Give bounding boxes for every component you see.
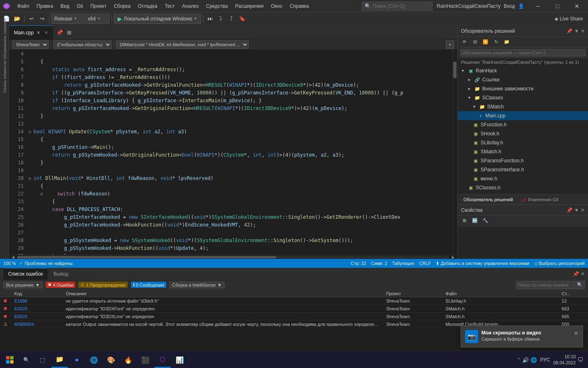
tree-rainhack[interactable]: ▼ ▣ RainHack (458, 66, 588, 75)
info-count-badge[interactable]: ℹ 0 Сообщения (131, 282, 166, 288)
tab-git-changes[interactable]: ⎇ Изменения Git (517, 194, 562, 205)
taskbar-explorer[interactable]: 📁 (51, 352, 68, 368)
panel-pin2-icon[interactable]: 📌 (573, 271, 579, 277)
code-editor[interactable]: { static auto fisrt_address = _ReturnAdd… (25, 49, 452, 255)
taskbar-vs[interactable]: ⬡ (154, 352, 171, 368)
menu-analyze[interactable]: Анализ (179, 2, 202, 10)
menu-extensions[interactable]: Расширения (232, 2, 267, 10)
bookmark-button[interactable]: 🔖 (237, 14, 247, 24)
menu-git[interactable]: Git (74, 2, 86, 10)
breadcrumb-func-select[interactable]: DllMain(void * HinstDll, int fdwReason, … (116, 40, 249, 49)
props-cat-button[interactable]: ⊞ (459, 216, 469, 226)
panel-close2-icon[interactable]: ✕ (581, 271, 585, 277)
error-count-badge[interactable]: ✖ 4 Ошибки (46, 282, 75, 288)
table-row[interactable]: ✖ E0020 идентификатор "ID3DXLine" не опр… (0, 313, 588, 321)
warn-count-badge[interactable]: ⚠ 1 Предупреждение (78, 282, 127, 288)
panel-arrow-icon[interactable]: ▼ (574, 28, 579, 34)
debug-step-out[interactable]: ⤴ (227, 14, 236, 24)
tree-shook[interactable]: ▣ SHook.h (458, 129, 588, 138)
col-desc[interactable]: Описание (62, 290, 383, 297)
liveshare-button[interactable]: ◈ Live Share (551, 16, 586, 22)
minimize-button[interactable]: ─ (528, 0, 547, 12)
maximize-button[interactable]: □ (548, 0, 567, 12)
filter-dropdown[interactable]: Все решение ▼ (3, 282, 42, 288)
select-repo-button[interactable]: ◇ Выбрать репозиторий (535, 261, 585, 266)
error-search-input[interactable] (518, 283, 575, 287)
col-line[interactable]: Ст... (559, 290, 588, 297)
breadcrumb-class-select[interactable]: ShevaTeam (12, 40, 49, 49)
error-code-link[interactable]: E0020 (14, 314, 27, 319)
editor-scrollbar[interactable] (452, 49, 457, 255)
props-arrow-icon[interactable]: ▼ (574, 207, 579, 213)
col-file[interactable]: Файл (442, 290, 558, 297)
notification-close-button[interactable]: ✕ (574, 330, 579, 343)
tab-error-list[interactable]: Список ошибок (3, 268, 48, 280)
panel-pin-icon[interactable]: 📌 (566, 28, 572, 34)
debug-step-in[interactable]: ⤵ (216, 14, 226, 24)
tree-smatch[interactable]: ▼ 📁 SMatch (458, 102, 588, 111)
build-intellisense-dropdown[interactable]: Сборка и IntelliSense ▼ (169, 282, 225, 288)
menu-project[interactable]: Проект (87, 2, 110, 10)
se-filter-button[interactable]: 🔽 (481, 37, 490, 47)
error-code-link[interactable]: MSB8004 (14, 322, 34, 327)
solution-search-input[interactable] (460, 49, 586, 56)
tree-sclasses-h[interactable]: ▣ SClasses.h (458, 183, 588, 192)
run-debugger-button[interactable]: ▶ Локальный отладчик Windows ▼ (114, 14, 201, 24)
pin-tab-button[interactable]: 📌 (55, 27, 65, 37)
breadcrumb-scope-select[interactable]: (Глобальная область) (53, 40, 111, 49)
menu-file[interactable]: Файл (14, 2, 33, 10)
scroll-left-icon[interactable]: ◄ (11, 254, 16, 259)
solution-search-box[interactable] (458, 47, 588, 58)
menu-window[interactable]: Окно (267, 2, 285, 10)
col-code[interactable]: Код (11, 290, 62, 297)
menu-edit[interactable]: Правка (33, 2, 57, 10)
language-indicator[interactable]: РУС (539, 356, 552, 364)
tab-output[interactable]: Вывод (49, 268, 73, 280)
platform-dropdown[interactable]: x64 ▼ (85, 14, 109, 24)
menu-test[interactable]: Тест (161, 2, 178, 10)
props-wrench-icon[interactable]: 🔧 (481, 216, 490, 226)
sidebar-server-explorer[interactable]: Обозреватель серверов (1, 27, 8, 52)
add-vcs-button[interactable]: ⬆ Добавить в систему управления версиями (436, 261, 529, 266)
table-row[interactable]: ✖ E1696 не удается открыть источник файл… (0, 297, 588, 305)
taskbar-task-view[interactable]: ⬚ (34, 352, 51, 368)
debug-step-over[interactable]: ⏭ (205, 14, 215, 24)
close-tab-icon[interactable]: ✕ (45, 30, 48, 35)
props-pin-icon[interactable]: 📌 (566, 207, 572, 213)
start-button[interactable] (2, 352, 18, 368)
editor-tab-main-cpp[interactable]: Main.cpp ✕ ✕ (9, 25, 53, 40)
tab-solution-explorer[interactable]: Обозреватель решений (459, 194, 517, 205)
menu-tools[interactable]: Средства (203, 2, 231, 10)
scroll-right-icon[interactable]: ► (451, 254, 456, 259)
split-editor-button[interactable]: ⊞ (65, 27, 74, 37)
error-code-link[interactable]: E1696 (14, 298, 27, 303)
menu-view[interactable]: Вид (57, 2, 73, 10)
taskbar-search-button[interactable]: 🔍 (19, 352, 33, 368)
tree-sparamsinterface[interactable]: ▣ SParamsInterface.h (458, 165, 588, 174)
notification-tray-icon[interactable]: 🗨 (577, 357, 583, 363)
tree-main-cpp[interactable]: + Main.cpp (458, 111, 588, 120)
tree-ext-deps[interactable]: ► 📁 Внешние зависимости (458, 84, 588, 93)
taskbar-paint[interactable]: 🎨 (103, 352, 119, 368)
se-sync-button[interactable]: ⟳ (459, 37, 469, 47)
menu-help[interactable]: Справка (286, 2, 312, 10)
props-alpha-button[interactable]: 🔤 (470, 216, 480, 226)
config-dropdown[interactable]: Release ▼ (51, 14, 84, 24)
tree-sparamsfunc[interactable]: ▣ SParamsFunction.h (458, 156, 588, 165)
col-project[interactable]: Проект (383, 290, 442, 297)
tree-smatch-h[interactable]: ▣ SMatch.h (458, 147, 588, 156)
se-collapse-button[interactable]: ⊟ (470, 37, 480, 47)
taskbar-app1[interactable]: 🔥 (120, 352, 136, 368)
table-row[interactable]: ✖ E0020 идентификатор "ID3DXFont" не опр… (0, 305, 588, 313)
taskbar-edge[interactable]: 🌐 (86, 352, 102, 368)
tree-sclasses[interactable]: ▼ 📁 SClasses (458, 93, 588, 102)
error-search-box[interactable]: 🔍 (516, 281, 585, 289)
taskbar-cmd[interactable]: ⬛ (137, 352, 154, 368)
taskbar-chrome[interactable]: ● (69, 352, 85, 368)
menu-search-box[interactable]: 🔍 (362, 2, 432, 11)
taskbar-excel[interactable]: 📊 (172, 352, 188, 368)
menu-debug[interactable]: Отладка (135, 2, 160, 10)
tree-slibrilay[interactable]: ▣ SLibrilay.h (458, 138, 588, 147)
editor-hscrollbar[interactable]: ◄ ► (9, 255, 457, 259)
close-button[interactable]: ✕ (568, 0, 586, 12)
